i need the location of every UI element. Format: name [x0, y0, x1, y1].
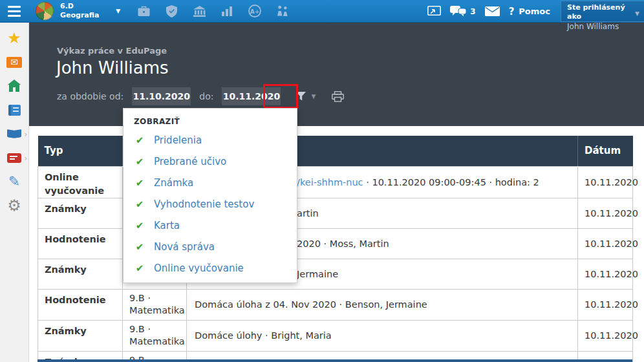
dropdown-item-online-vyucovanie[interactable]: Online vyučovanie	[123, 257, 297, 279]
table-row[interactable]: Známky 9.B · Matematika Domáce úlohy · B…	[38, 320, 633, 351]
dropdown-item-znamka[interactable]: Známka	[123, 172, 297, 193]
topbar-right: 3 ? Pomoc Ste prihlásený ako John Willia…	[427, 0, 644, 23]
sidebar-item-messages[interactable]: ✉	[0, 55, 29, 69]
gear-icon: ⚙	[7, 198, 21, 213]
svg-text:A+: A+	[250, 8, 260, 15]
filter-funnel-icon	[296, 92, 306, 101]
chat-icon[interactable]	[450, 6, 466, 17]
shield-icon[interactable]	[165, 5, 178, 17]
mail-icon: ✉	[6, 57, 22, 68]
date-to-input[interactable]: 10.11.2020	[222, 87, 281, 105]
sidebar-item-library[interactable]: ›	[0, 127, 29, 141]
dropdown-item-pridelenia[interactable]: Pridelenia	[123, 129, 297, 151]
filter-dropdown: ZOBRAZIŤ Pridelenia Prebrané učivo Známk…	[123, 108, 297, 283]
dropdown-header: ZOBRAZIŤ	[123, 109, 297, 129]
column-header-typ[interactable]: Typ	[38, 136, 123, 166]
filter-button[interactable]: ▼	[296, 92, 316, 101]
logged-in-user-menu[interactable]: Ste prihlásený ako John Williams ▼	[561, 1, 644, 22]
dropdown-item-nova-sprava[interactable]: Nová správa	[123, 236, 297, 257]
sidebar-item-homework[interactable]: ✎	[0, 175, 29, 189]
period-label: za obdobie od:	[57, 91, 123, 101]
chevron-right-icon: ›	[24, 153, 27, 163]
date-from-input[interactable]: 11.10.2020	[132, 87, 191, 105]
meeting-link[interactable]: /kei-shhm-nuc	[297, 177, 363, 187]
left-sidebar: ★ ✉ › › ✎ ⚙	[0, 23, 29, 362]
logged-in-user-name: John Williams	[567, 22, 639, 32]
students-icon[interactable]	[276, 5, 289, 17]
cast-icon[interactable]	[427, 6, 441, 17]
class-name: 6.D Geografia	[60, 2, 99, 20]
column-header-datum[interactable]: Dátum	[578, 136, 633, 166]
logged-in-label: Ste prihlásený ako	[567, 3, 639, 22]
check-icon	[134, 134, 145, 146]
print-button[interactable]	[332, 91, 344, 102]
grade-a-plus-icon[interactable]: A+	[248, 5, 261, 17]
sidebar-item-discussions[interactable]: ›	[0, 151, 29, 165]
bar-chart-icon[interactable]	[220, 5, 233, 17]
home-icon	[8, 80, 21, 92]
chat-count-badge[interactable]: 3	[470, 7, 475, 16]
period-controls: za obdobie od: 11.10.2020 do: 10.11.2020…	[57, 87, 344, 105]
class-selector[interactable]: 6.D Geografia ▼	[60, 2, 120, 20]
chevron-down-icon: ▼	[116, 8, 120, 14]
chat-bubble-icon	[7, 153, 21, 163]
top-nav-icons: A+	[137, 5, 289, 17]
check-icon	[134, 262, 145, 274]
main-content: Výkaz práce v EduPage John Williams za o…	[29, 23, 644, 362]
check-icon	[134, 240, 145, 253]
top-bar: 6.D Geografia ▼ A+ 3	[0, 0, 644, 23]
page-header: Výkaz práce v EduPage John Williams za o…	[29, 23, 644, 126]
open-book-icon	[6, 129, 22, 139]
sidebar-item-settings[interactable]: ⚙	[0, 198, 29, 213]
chevron-right-icon: ›	[24, 129, 27, 139]
mail-icon[interactable]	[485, 6, 500, 16]
check-icon	[134, 176, 145, 189]
pen-icon: ✎	[8, 175, 20, 189]
dropdown-item-prebrane-ucivo[interactable]: Prebrané učivo	[123, 151, 297, 172]
page-subtitle: Výkaz práce v EduPage	[57, 46, 167, 56]
star-icon: ★	[7, 31, 21, 45]
institution-icon[interactable]	[193, 5, 206, 17]
notebook-icon	[8, 105, 21, 116]
printer-icon	[332, 91, 344, 102]
dropdown-item-karta[interactable]: Karta	[123, 215, 297, 236]
class-avatar[interactable]	[36, 2, 54, 20]
to-label: do:	[199, 91, 213, 101]
sidebar-item-notebook[interactable]	[0, 103, 29, 117]
dropdown-item-vyhodnotenie-testov[interactable]: Vyhodnotenie testov	[123, 193, 297, 215]
check-icon	[134, 219, 145, 231]
chevron-down-icon: ▼	[311, 93, 316, 100]
check-icon	[134, 155, 145, 167]
briefcase-icon[interactable]	[137, 5, 150, 17]
chevron-down-icon: ▼	[635, 10, 639, 17]
page-title: John Williams	[56, 58, 169, 78]
bottom-divider	[38, 359, 632, 362]
sidebar-item-home[interactable]	[0, 79, 29, 93]
check-icon	[134, 198, 145, 210]
sidebar-item-favorites[interactable]: ★	[0, 31, 29, 45]
table-row[interactable]: Hodnotenie 9.B · Matematika Domáca úloha…	[38, 289, 633, 320]
question-mark-icon: ?	[509, 6, 515, 17]
hamburger-menu-icon[interactable]	[0, 0, 28, 23]
help-button[interactable]: ? Pomoc	[509, 6, 550, 17]
